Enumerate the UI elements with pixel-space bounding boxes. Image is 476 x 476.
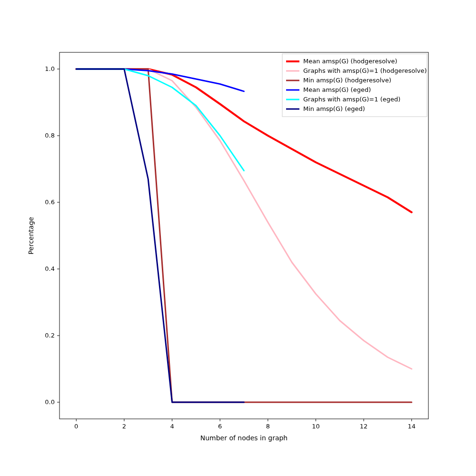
legend-label: Mean amsp(G) (eged) <box>303 86 371 93</box>
x-tick-label: 2 <box>122 423 126 430</box>
series-line <box>76 69 412 402</box>
chart-container: 024681012140.00.20.40.60.81.0Number of n… <box>0 0 476 476</box>
line-chart: 024681012140.00.20.40.60.81.0Number of n… <box>0 0 476 476</box>
x-tick-label: 0 <box>74 423 78 430</box>
y-tick-label: 0.4 <box>45 265 55 272</box>
legend-label: Min amsp(G) (eged) <box>303 105 365 112</box>
x-tick-label: 14 <box>407 423 416 430</box>
x-tick-label: 6 <box>218 423 222 430</box>
legend-label: Graphs with amsp(G)=1 (hodgeresolve) <box>303 67 427 74</box>
y-axis-label: Percentage <box>27 217 35 255</box>
legend-label: Min amsp(G) (hodgeresolve) <box>303 77 391 84</box>
legend-label: Graphs with amsp(G)=1 (eged) <box>303 96 400 103</box>
y-tick-label: 1.0 <box>45 65 55 72</box>
legend-label: Mean amsp(G) (hodgeresolve) <box>303 58 397 65</box>
x-tick-label: 4 <box>170 423 174 430</box>
y-tick-label: 0.6 <box>45 198 55 206</box>
x-axis-label: Number of nodes in graph <box>200 434 288 442</box>
series-line <box>76 69 244 91</box>
y-tick-label: 0.0 <box>45 398 55 406</box>
x-tick-label: 10 <box>312 423 320 430</box>
x-tick-label: 8 <box>266 423 270 430</box>
y-tick-label: 0.2 <box>45 332 55 339</box>
y-tick-label: 0.8 <box>45 132 55 139</box>
x-tick-label: 12 <box>360 423 368 430</box>
legend: Mean amsp(G) (hodgeresolve)Graphs with a… <box>282 54 427 117</box>
